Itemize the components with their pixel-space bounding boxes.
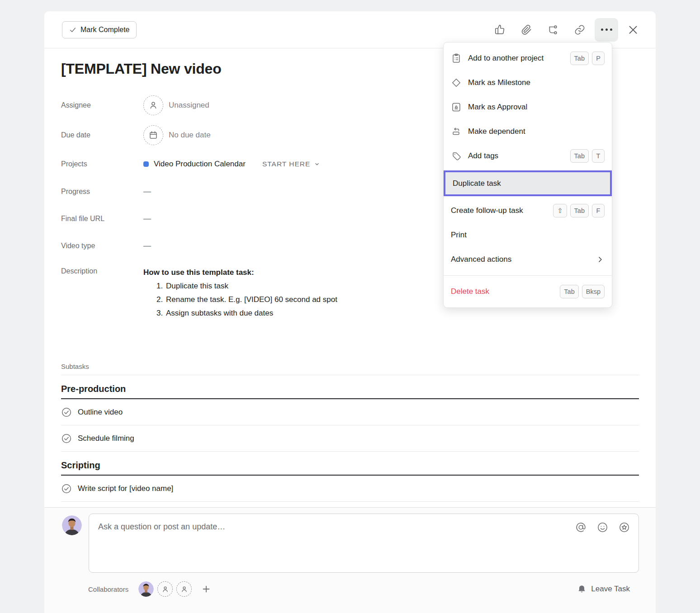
menu-item-mark-as-approval[interactable]: Mark as Approval <box>444 95 612 119</box>
menu-item-make-dependent[interactable]: Make dependent <box>444 119 612 144</box>
milestone-diamond-icon <box>451 77 462 88</box>
due-date-placeholder[interactable] <box>143 125 163 145</box>
menu-item-label: Print <box>451 231 605 240</box>
shortcut-key: F <box>592 204 605 217</box>
description-step: Duplicate this task <box>165 279 337 293</box>
menu-item-advanced-actions[interactable]: Advanced actions <box>444 247 612 272</box>
leave-task-label: Leave Task <box>591 585 630 594</box>
menu-item-create-follow-up-task[interactable]: Create follow-up task ⇧ Tab F <box>444 198 612 223</box>
person-icon <box>180 585 189 594</box>
menu-item-label: Create follow-up task <box>451 206 553 215</box>
menu-item-label: Delete task <box>451 287 560 296</box>
chevron-down-icon <box>313 160 321 168</box>
leave-task-button[interactable]: Leave Task <box>577 585 630 594</box>
appreciation-icon[interactable] <box>619 522 630 533</box>
shortcut-key: P <box>592 52 605 65</box>
person-icon <box>148 100 159 111</box>
collaborators: Collaborators <box>88 581 211 597</box>
menu-item-label: Mark as Milestone <box>468 78 605 87</box>
emoji-icon[interactable] <box>597 522 608 533</box>
shortcut-key: T <box>592 149 605 163</box>
comment-row <box>44 508 656 573</box>
progress-value[interactable]: — <box>143 187 151 196</box>
person-icon <box>161 585 170 594</box>
mark-complete-button[interactable]: Mark Complete <box>62 21 137 38</box>
description-content[interactable]: How to use this template task: Duplicate… <box>143 266 337 320</box>
subtask-section-title[interactable]: Scripting <box>61 452 639 476</box>
subtask-row[interactable]: Schedule filming <box>61 425 639 452</box>
project-section-select[interactable]: START HERE <box>262 160 321 168</box>
shortcut-key: Tab <box>570 204 589 217</box>
project-name[interactable]: Video Production Calendar <box>154 160 246 169</box>
ellipsis-glyph <box>601 28 612 31</box>
project-color-dot <box>143 161 149 167</box>
menu-divider <box>444 275 612 276</box>
description-steps: Duplicate this task Rename the task. E.g… <box>143 279 337 320</box>
due-date-value[interactable]: No due date <box>169 131 211 140</box>
close-icon[interactable] <box>621 18 645 42</box>
footer-bottom-row: Collaborators <box>44 581 656 597</box>
subtask-row[interactable]: Outline video <box>61 399 639 425</box>
collaborator-avatars <box>138 581 211 597</box>
menu-item-label: Mark as Approval <box>468 103 605 112</box>
subtasks-label: Subtasks <box>61 363 639 370</box>
project-section-value: START HERE <box>262 160 310 168</box>
shortcut-chips: Tab P <box>570 52 605 65</box>
check-circle-icon[interactable] <box>61 433 72 444</box>
check-circle-icon[interactable] <box>61 483 72 494</box>
menu-item-add-tags[interactable]: Add tags Tab T <box>444 144 612 168</box>
mention-icon[interactable] <box>575 522 586 533</box>
menu-item-label: Duplicate task <box>453 179 603 188</box>
assignee-avatar-placeholder[interactable] <box>143 95 163 115</box>
projects-label: Projects <box>61 160 143 168</box>
menu-item-print[interactable]: Print <box>444 223 612 247</box>
check-icon <box>69 26 76 33</box>
shortcut-chips: Tab Bksp <box>560 285 605 298</box>
video-type-value[interactable]: — <box>143 241 151 250</box>
shortcut-key: Tab <box>570 149 589 163</box>
assignee-label: Assignee <box>61 101 143 109</box>
subtasks-icon[interactable] <box>541 18 565 42</box>
subtask-title: Schedule filming <box>78 434 134 443</box>
comment-input[interactable] <box>89 514 639 572</box>
assignee-value[interactable]: Unassigned <box>169 101 209 110</box>
subtask-row[interactable]: Write script for [video name] <box>61 476 639 502</box>
description-heading: How to use this template task: <box>143 266 337 279</box>
task-detail-page: Mark Complete <box>0 0 700 613</box>
final-file-url-value[interactable]: — <box>143 214 151 223</box>
final-file-url-label: Final file URL <box>61 215 143 223</box>
menu-item-label: Add to another project <box>468 54 570 63</box>
current-user-avatar <box>62 515 82 535</box>
thumbs-up-icon[interactable] <box>488 18 511 42</box>
comment-toolbar <box>575 522 630 533</box>
add-collaborator-button[interactable] <box>201 584 211 594</box>
more-actions-icon[interactable] <box>595 18 618 42</box>
menu-item-add-to-another-project[interactable]: Add to another project Tab P <box>444 46 612 71</box>
menu-item-mark-as-milestone[interactable]: Mark as Milestone <box>444 71 612 95</box>
menu-item-delete-task[interactable]: Delete task Tab Bksp <box>444 279 612 304</box>
description-label: Description <box>61 266 143 320</box>
check-circle-icon[interactable] <box>61 407 72 418</box>
subtask-title: Write script for [video name] <box>78 484 173 493</box>
collaborator-placeholder[interactable] <box>157 581 173 597</box>
menu-item-label: Make dependent <box>468 127 605 136</box>
tag-icon <box>451 151 462 161</box>
collaborator-placeholder[interactable] <box>176 581 192 597</box>
menu-item-duplicate-task[interactable]: Duplicate task <box>445 172 610 194</box>
bell-icon <box>577 585 586 594</box>
shortcut-key: Tab <box>560 285 578 298</box>
task-actions-menu: Add to another project Tab P Mark as Mil… <box>443 42 612 308</box>
menu-item-label: Advanced actions <box>451 255 596 264</box>
calendar-icon <box>148 130 159 141</box>
shortcut-key: Bksp <box>582 285 605 298</box>
shortcut-chips: ⇧ Tab F <box>553 204 605 217</box>
subtask-section-title[interactable]: Pre-production <box>61 375 639 399</box>
progress-label: Progress <box>61 188 143 196</box>
shortcut-key: Tab <box>570 52 589 65</box>
project-clipboard-icon <box>451 53 462 64</box>
attachment-icon[interactable] <box>515 18 538 42</box>
collaborators-label: Collaborators <box>88 585 128 593</box>
comment-footer: Collaborators <box>44 507 656 613</box>
collaborator-avatar[interactable] <box>138 581 154 597</box>
link-icon[interactable] <box>568 18 591 42</box>
